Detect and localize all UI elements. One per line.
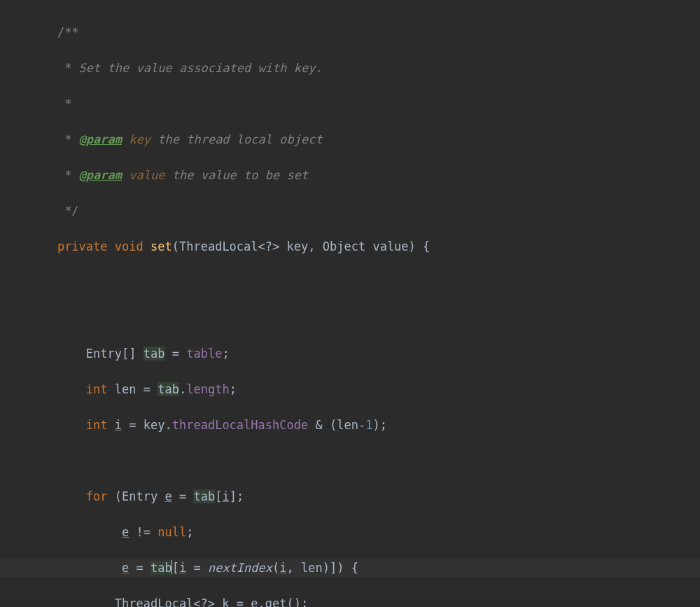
code-line[interactable]: e != null; xyxy=(0,524,700,542)
code-line[interactable]: int i = key.threadLocalHashCode & (len-1… xyxy=(0,417,700,435)
code-line[interactable]: for (Entry e = tab[i]; xyxy=(0,488,700,506)
code-line[interactable]: ThreadLocal<?> k = e.get(); xyxy=(0,595,700,608)
var-tab: tab xyxy=(144,347,165,361)
blank-line[interactable] xyxy=(0,452,700,470)
code-line[interactable]: int len = tab.length; xyxy=(0,381,700,399)
code-line[interactable]: */ xyxy=(0,202,700,221)
code-editor[interactable]: /** * Set the value associated with key.… xyxy=(0,0,700,607)
blank-line[interactable] xyxy=(0,274,700,292)
comment-close: */ xyxy=(57,204,79,218)
code-line[interactable]: * Set the value associated with key. xyxy=(0,60,700,78)
comment-open: /** xyxy=(57,25,79,39)
method-name: set xyxy=(150,239,172,253)
code-line[interactable]: * @param key the thread local object xyxy=(0,131,700,149)
code-line[interactable]: /** xyxy=(0,24,700,42)
javadoc-tag: @param xyxy=(79,168,122,182)
code-line[interactable]: Entry[] tab = table; xyxy=(0,345,700,363)
var-i: i xyxy=(115,418,122,432)
code-line[interactable]: * @param value the value to be set xyxy=(0,167,700,185)
var-e: e xyxy=(164,489,172,503)
code-line[interactable]: private void set(ThreadLocal<?> key, Obj… xyxy=(0,238,700,256)
code-line[interactable]: * xyxy=(0,95,700,113)
blank-line[interactable] xyxy=(0,309,700,328)
javadoc-tag: @param xyxy=(79,132,122,146)
javadoc-desc: Set the value associated with key. xyxy=(71,61,322,75)
current-line[interactable]: e = tab[i = nextIndex(i, len)]) { xyxy=(0,559,700,578)
